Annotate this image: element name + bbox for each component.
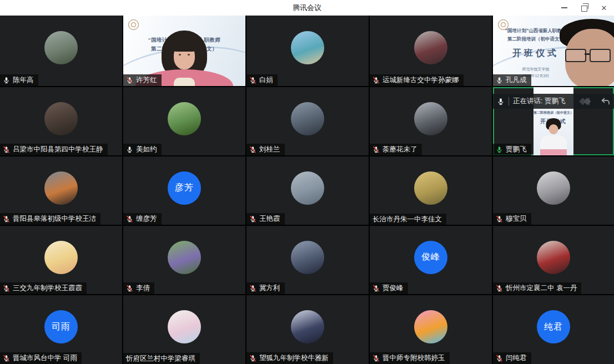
participant-avatar: [291, 102, 324, 135]
mic-on-icon: [497, 98, 505, 105]
participant-name: 荼蘼花未了: [383, 146, 417, 153]
participant-avatar: [168, 102, 201, 135]
participant-tile[interactable]: 李倩: [123, 226, 245, 294]
mic-muted-icon: [126, 285, 133, 292]
participant-name-label: 昔阳县皋落初级中学校王洁: [0, 213, 100, 225]
participant-name-label: 望狐九年制学校牛雅新: [246, 352, 333, 364]
participant-tile[interactable]: 司雨晋城市风台中学 司雨: [0, 295, 122, 364]
participant-name: 美如约: [136, 146, 157, 153]
participant-name-label: 贾鹏飞: [493, 144, 531, 155]
participant-name-label: 美如约: [123, 144, 162, 155]
participant-name-label: 李倩: [123, 282, 154, 294]
participant-name: 昔阳县皋落初级中学校王洁: [13, 215, 96, 223]
participant-tile[interactable]: “国培计划”山西省新人职教师第二阶段培训（初中语文）许芳红: [123, 16, 245, 86]
mic-muted-icon: [373, 355, 380, 362]
participant-tile[interactable]: 冀方利: [246, 226, 369, 294]
participant-name: 吕梁市中阳县第四中学校王静: [13, 146, 103, 153]
participant-name: 李倩: [136, 285, 150, 292]
participant-name-label: 冀方利: [246, 282, 285, 294]
mic-muted-icon: [126, 215, 133, 223]
participant-name-label: 长治市丹朱一中李佳文: [370, 214, 446, 225]
participant-tile[interactable]: 忻州市定襄二中 袁一丹: [493, 226, 614, 294]
participant-avatar: [537, 241, 570, 274]
mic-muted-icon: [373, 77, 380, 84]
participant-tile[interactable]: 白娟: [246, 16, 369, 86]
participant-tile[interactable]: 穆宝贝: [493, 156, 614, 225]
mic-muted-icon: [496, 355, 503, 362]
mic-muted-icon: [249, 77, 256, 84]
participant-name: 运城新绛古交中学孙蒙娜: [383, 77, 459, 84]
participant-tile[interactable]: 忻府区兰村中学梁睿琪: [123, 295, 245, 364]
participant-name: 贾鹏飞: [506, 146, 527, 153]
participant-initials-avatar: 司雨: [44, 310, 78, 343]
participant-name-label: 忻州市定襄二中 袁一丹: [493, 282, 581, 294]
restore-button[interactable]: [574, 0, 594, 16]
participant-name-label: 晋城市风台中学 司雨: [0, 352, 82, 364]
participant-name-label: 孔凡成: [493, 74, 531, 86]
participant-name-label: 穆宝贝: [493, 213, 531, 225]
participant-avatar: [291, 241, 324, 274]
participant-tile[interactable]: 长治市丹朱一中李佳文: [370, 156, 492, 225]
participant-tile[interactable]: “国培计划”山西省新人职教师第二阶段培训（初中语文）开班仪式师范学院文学院202…: [493, 16, 614, 86]
participant-tile[interactable]: 第二阶段培训（初中语文）开班仪式正在讲话: 贾鹏飞贾鹏飞: [493, 87, 614, 155]
active-speaker-text: 正在讲话: 贾鹏飞: [513, 97, 565, 106]
mic-on-icon: [496, 77, 503, 84]
participant-tile[interactable]: 吕梁市中阳县第四中学校王静: [0, 87, 122, 155]
participant-tile[interactable]: 三交九年制学校王霞霞: [0, 226, 122, 294]
participant-tile[interactable]: 彦芳缠彦芳: [123, 156, 245, 225]
layout-switch-icon[interactable]: [578, 97, 598, 107]
participant-tile[interactable]: 纯君闫纯君: [493, 295, 614, 364]
participant-name: 忻府区兰村中学梁睿琪: [126, 355, 195, 362]
mic-muted-icon: [3, 285, 10, 292]
participant-name: 闫纯君: [506, 355, 527, 362]
participant-name-label: 白娟: [246, 74, 278, 86]
window-title: 腾讯会议: [0, 3, 614, 13]
participant-tile[interactable]: 昔阳县皋落初级中学校王洁: [0, 156, 122, 225]
participant-name: 忻州市定襄二中 袁一丹: [506, 285, 577, 292]
participant-tile[interactable]: 王艳霞: [246, 156, 369, 225]
participant-tile[interactable]: 运城新绛古交中学孙蒙娜: [370, 16, 492, 86]
participant-name-label: 吕梁市中阳县第四中学校王静: [0, 144, 108, 155]
participant-tile[interactable]: 刘桂兰: [246, 87, 369, 155]
participant-avatar: [537, 171, 570, 205]
participant-tile[interactable]: 陈年高: [0, 16, 122, 86]
mic-muted-icon: [3, 146, 10, 153]
mic-muted-icon: [249, 285, 256, 292]
participant-name-label: 闫纯君: [493, 352, 531, 364]
person-collar: [174, 78, 195, 86]
participant-avatar: [44, 241, 78, 274]
mic-speaking-icon: [496, 146, 503, 153]
participant-name-label: 运城新绛古交中学孙蒙娜: [370, 74, 464, 86]
participant-initials-avatar: 俊峰: [414, 241, 447, 274]
minimize-icon: [561, 7, 567, 8]
participant-tile[interactable]: 望狐九年制学校牛雅新: [246, 295, 369, 364]
window-controls: ✕: [554, 0, 614, 16]
restore-view-icon[interactable]: [601, 97, 610, 105]
participant-name: 晋中师专附校韩婷玉: [383, 355, 445, 362]
mic-muted-icon: [373, 146, 380, 153]
participant-name: 穆宝贝: [506, 215, 527, 223]
participant-avatar: [168, 310, 201, 343]
participant-avatar: [414, 31, 447, 64]
minimize-button[interactable]: [554, 0, 574, 16]
participant-avatar: [414, 310, 447, 343]
close-button[interactable]: ✕: [594, 0, 614, 16]
participant-name-label: 三交九年制学校王霞霞: [0, 282, 87, 294]
participant-avatar: [291, 31, 324, 64]
person-shirt: [540, 149, 567, 155]
mic-muted-icon: [496, 215, 503, 223]
participant-name: 长治市丹朱一中李佳文: [373, 216, 442, 223]
slide-organization: 师范学院文学院: [495, 67, 576, 72]
participant-tile[interactable]: 美如约: [123, 87, 245, 155]
participant-name-label: 忻府区兰村中学梁睿琪: [123, 353, 200, 364]
participant-tile[interactable]: 荼蘼花未了: [370, 87, 492, 155]
participant-avatar: [44, 31, 78, 64]
person-bangs: [172, 42, 197, 52]
mic-muted-icon: [249, 146, 256, 153]
participant-tile[interactable]: 晋中师专附校韩婷玉: [370, 295, 492, 364]
mic-on-icon: [126, 146, 133, 153]
participant-name-label: 王艳霞: [246, 213, 285, 225]
participant-tile[interactable]: 俊峰贾俊峰: [370, 226, 492, 294]
active-speaker-banner: 正在讲话: 贾鹏飞: [493, 94, 614, 109]
restore-icon: [581, 6, 587, 12]
